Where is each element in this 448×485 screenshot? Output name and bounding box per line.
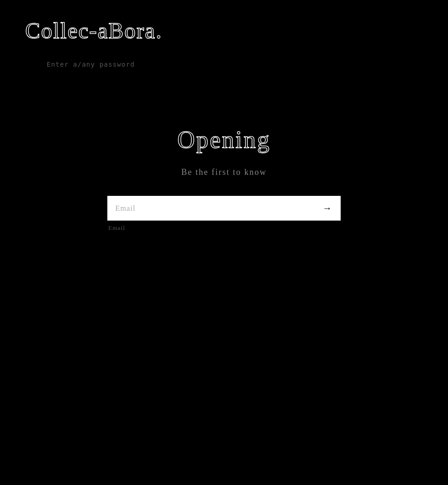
submit-button[interactable]: → — [314, 196, 340, 220]
page-wrapper: Collec-aBora. Enter a/any password Openi… — [0, 0, 448, 485]
header: Collec-aBora. — [25, 19, 162, 43]
email-input[interactable] — [108, 198, 314, 219]
center-content: Opening Be the first to know → Email — [107, 126, 341, 232]
tagline: Be the first to know — [107, 167, 341, 177]
email-form: → — [107, 196, 341, 221]
email-field-label: Email — [107, 224, 341, 232]
arrow-right-icon: → — [322, 203, 332, 214]
password-hint: Enter a/any password — [47, 61, 135, 68]
logo: Collec-aBora. — [25, 19, 162, 43]
opening-title: Opening — [107, 126, 341, 153]
